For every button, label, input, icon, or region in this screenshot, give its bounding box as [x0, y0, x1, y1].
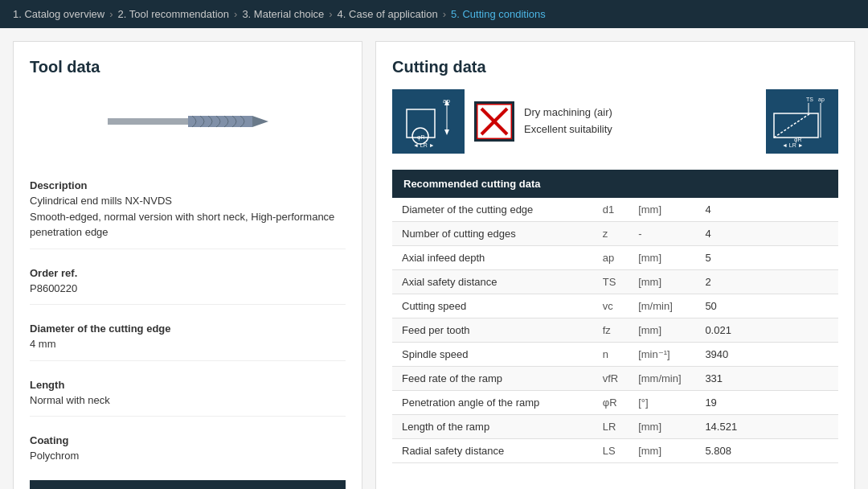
length-value: Normal with neck: [30, 392, 346, 409]
coating-label: Coating: [30, 434, 346, 446]
svg-text:TS: TS: [806, 97, 813, 102]
dry-machining-line1: Dry machining (air): [524, 106, 612, 118]
divider-3: [30, 360, 346, 361]
svg-text:◄ LR ►: ◄ LR ►: [782, 142, 804, 148]
row-unit: [mm]: [628, 415, 695, 439]
table-row: Spindle speed n [min⁻¹] 3940: [392, 343, 838, 367]
description-value-2: Smooth-edged, normal version with short …: [30, 209, 346, 240]
row-value: 4: [695, 198, 838, 222]
row-symbol: φR: [593, 391, 628, 415]
ramp-diagram-icon: TS ap φR ◄ LR ►: [766, 89, 838, 154]
nav-item-material[interactable]: 3. Material choice: [242, 8, 324, 20]
row-unit: [mm]: [628, 198, 695, 222]
row-value: 3940: [695, 343, 838, 367]
nav-sep-2: ›: [234, 8, 237, 20]
svg-marker-6: [444, 129, 449, 135]
row-value: 5: [695, 246, 838, 270]
table-row: Number of cutting edges z - 4: [392, 222, 838, 246]
table-row: Axial safety distance TS [mm] 2: [392, 270, 838, 294]
row-symbol: fz: [593, 318, 628, 343]
svg-text:ap: ap: [818, 97, 825, 103]
rec-table-header: Recommended cutting data: [392, 170, 838, 198]
row-label: Cutting speed: [392, 294, 593, 318]
svg-text:φR: φR: [417, 134, 425, 141]
table-row: Feed rate of the ramp vfR [mm/min] 331: [392, 367, 838, 391]
cutting-icons-row: ap φR ◄ LR ►: [392, 89, 838, 154]
table-row: Penetration angle of the ramp φR [°] 19: [392, 391, 838, 415]
tool-image: [108, 101, 268, 142]
row-label: Axial infeed depth: [392, 246, 593, 270]
row-symbol: TS: [593, 270, 628, 294]
svg-marker-2: [252, 116, 268, 127]
table-row: Diameter of the cutting edge d1 [mm] 4: [392, 198, 838, 222]
svg-line-19: [774, 113, 810, 138]
row-value: 19: [695, 391, 838, 415]
nav-item-tool-rec[interactable]: 2. Tool recommendation: [118, 8, 230, 20]
row-label: Spindle speed: [392, 343, 593, 367]
dry-machining-line2: Excellent suitability: [524, 123, 612, 135]
download-simulation-button[interactable]: ⬡ Download simulation file: [30, 480, 346, 490]
row-unit: [mm/min]: [628, 367, 695, 391]
nav-sep-1: ›: [109, 8, 113, 20]
table-row: Radial safety distance LS [mm] 5.808: [392, 439, 838, 463]
nav-item-application[interactable]: 4. Case of application: [338, 8, 438, 20]
nav-item-cutting[interactable]: 5. Cutting conditions: [451, 8, 546, 20]
svg-rect-0: [108, 118, 188, 125]
svg-rect-7: [407, 109, 435, 138]
row-value: 0.021: [695, 318, 838, 343]
nav-item-catalog[interactable]: 1. Catalog overview: [13, 8, 104, 20]
left-panel: Tool data Description Cylindri: [13, 41, 362, 489]
row-value: 331: [695, 367, 838, 391]
cutting-diagram-svg: ap φR ◄ LR ►: [399, 93, 459, 150]
row-label: Feed rate of the ramp: [392, 367, 593, 391]
cutting-data-table: Diameter of the cutting edge d1 [mm] 4 N…: [392, 198, 838, 463]
row-symbol: z: [593, 222, 628, 246]
length-label: Length: [30, 379, 346, 391]
dry-machining-text: Dry machining (air) Excellent suitabilit…: [524, 105, 612, 138]
dry-machining-info: Dry machining (air) Excellent suitabilit…: [524, 105, 612, 138]
diameter-value: 4 mm: [30, 336, 346, 352]
row-unit: [mm]: [628, 246, 695, 270]
row-unit: [°]: [628, 391, 695, 415]
row-symbol: LR: [593, 415, 628, 439]
row-label: Axial safety distance: [392, 270, 593, 294]
top-navigation: 1. Catalog overview › 2. Tool recommenda…: [0, 0, 868, 28]
row-symbol: d1: [593, 198, 628, 222]
row-unit: [min⁻¹]: [628, 343, 695, 367]
row-symbol: LS: [593, 439, 628, 463]
divider-4: [30, 416, 346, 417]
row-label: Radial safety distance: [392, 439, 593, 463]
row-label: Length of the ramp: [392, 415, 593, 439]
nav-sep-4: ›: [443, 8, 446, 20]
svg-rect-18: [774, 113, 818, 138]
row-unit: -: [628, 222, 695, 246]
svg-text:◄ LR ►: ◄ LR ►: [413, 142, 435, 148]
tool-image-area: [30, 89, 346, 154]
order-label: Order ref.: [30, 267, 346, 279]
row-label: Feed per tooth: [392, 318, 593, 343]
nav-sep-3: ›: [329, 8, 332, 20]
cutting-diagram-icon: ap φR ◄ LR ►: [392, 89, 465, 154]
right-panel: Cutting data ap φR ◄ LR ►: [375, 41, 855, 489]
row-value: 2: [695, 270, 838, 294]
divider-1: [30, 249, 346, 249]
row-value: 5.808: [695, 439, 838, 463]
order-value: P8600220: [30, 281, 346, 297]
row-value: 14.521: [695, 415, 838, 439]
button-row: ⬡ Download simulation file 📄 Download DX…: [30, 464, 346, 490]
row-unit: [mm]: [628, 439, 695, 463]
no-coolant-icon: [474, 101, 514, 142]
row-value: 50: [695, 294, 838, 318]
table-row: Cutting speed vc [m/min] 50: [392, 294, 838, 318]
no-coolant-svg: [477, 104, 512, 139]
row-unit: [mm]: [628, 270, 695, 294]
coating-value: Polychrom: [30, 448, 346, 464]
row-label: Diameter of the cutting edge: [392, 198, 593, 222]
cutting-title: Cutting data: [392, 58, 838, 76]
diameter-label: Diameter of the cutting edge: [30, 323, 346, 335]
row-label: Number of cutting edges: [392, 222, 593, 246]
table-row: Length of the ramp LR [mm] 14.521: [392, 415, 838, 439]
description-value-1: Cylindrical end mills NX-NVDS: [30, 193, 346, 209]
left-panel-title: Tool data: [30, 58, 346, 76]
row-symbol: n: [593, 343, 628, 367]
